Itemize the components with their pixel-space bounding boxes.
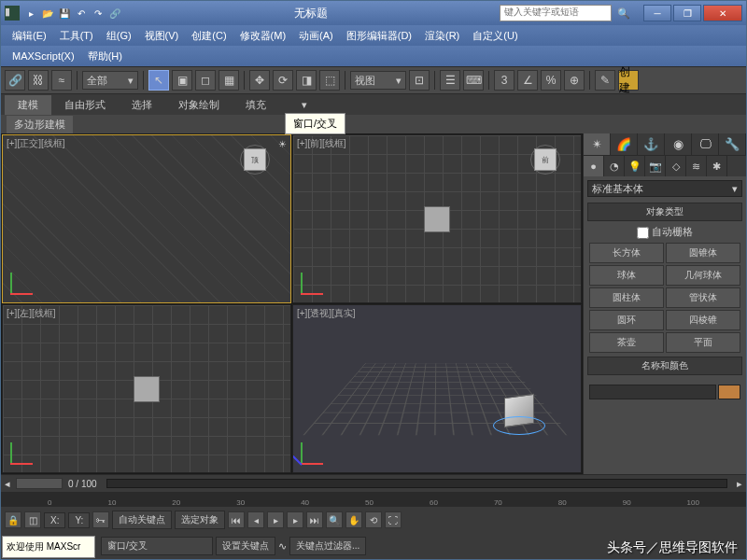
next-key-icon[interactable]: ▸ (737, 478, 742, 490)
menu-animation[interactable]: 动画(A) (293, 27, 339, 45)
move-icon[interactable]: ✥ (249, 70, 270, 91)
isolate-icon[interactable]: ◫ (24, 511, 41, 528)
menu-edit[interactable]: 编辑(E) (7, 27, 52, 45)
undo-icon[interactable]: ↶ (74, 6, 89, 21)
ribbon-tab-populate[interactable]: 填充 (233, 95, 279, 115)
menu-graph[interactable]: 图形编辑器(D) (341, 27, 417, 45)
redo-icon[interactable]: ↷ (91, 6, 106, 21)
select-name-icon[interactable]: ▣ (172, 70, 192, 91)
spinner-snap-icon[interactable]: ⊕ (564, 70, 585, 91)
next-frame-icon[interactable]: ▸ (287, 511, 303, 528)
ribbon-tab-selection[interactable]: 选择 (119, 95, 165, 115)
key-icon[interactable]: 🗝 (92, 511, 109, 528)
object-name-field[interactable] (589, 385, 716, 399)
link-icon[interactable]: 🔗 (5, 70, 25, 91)
select-object-icon[interactable]: ↖ (148, 70, 169, 91)
menu-rendering[interactable]: 渲染(R) (419, 27, 465, 45)
play-icon[interactable]: ▸ (267, 511, 284, 528)
lock-icon[interactable]: 🔒 (5, 511, 21, 528)
geosphere-button[interactable]: 几何球体 (666, 265, 740, 286)
orbit-icon[interactable]: ⟲ (365, 511, 382, 528)
window-crossing-icon[interactable]: ▦ (218, 70, 239, 91)
menu-customize[interactable]: 自定义(U) (467, 27, 523, 45)
menu-modifiers[interactable]: 修改器(M) (234, 27, 292, 45)
autogrid-checkbox[interactable]: 自动栅格 (584, 223, 746, 241)
pivot-icon[interactable]: ⊡ (409, 70, 430, 91)
ribbon-tab-objectpaint[interactable]: 对象绘制 (165, 95, 233, 115)
box-button[interactable]: 长方体 (589, 243, 664, 263)
keyboard-icon[interactable]: ⌨ (463, 70, 484, 91)
viewcube[interactable]: 前 (529, 143, 562, 176)
motion-tab-icon[interactable]: ◉ (665, 133, 692, 155)
category-dropdown[interactable]: 标准基本体▾ (587, 180, 742, 197)
object-color-swatch[interactable] (718, 385, 740, 399)
pyramid-button[interactable]: 四棱锥 (666, 310, 740, 330)
named-sel-icon[interactable]: ✎ (595, 70, 615, 91)
save-icon[interactable]: 💾 (57, 6, 72, 21)
light-icon[interactable]: ☀ (275, 137, 289, 150)
keyfilter-icon[interactable]: ∿ (278, 540, 287, 553)
torus-button[interactable]: 圆环 (589, 310, 664, 330)
prev-key-icon[interactable]: ◂ (5, 478, 10, 490)
select-region-icon[interactable]: ◻ (195, 70, 216, 91)
cylinder-button[interactable]: 圆柱体 (589, 287, 664, 308)
search-icon[interactable]: 🔍 (617, 7, 630, 20)
create-sel-icon[interactable]: 创建 (618, 70, 639, 91)
close-button[interactable]: ✕ (703, 5, 742, 21)
menu-tools[interactable]: 工具(T) (54, 27, 99, 45)
plane-button[interactable]: 平面 (666, 332, 740, 353)
goto-start-icon[interactable]: ⏮ (228, 511, 245, 528)
unlink-icon[interactable]: ⛓ (28, 70, 49, 91)
coord-system-dropdown[interactable]: 视图▾ (350, 71, 406, 90)
pan-icon[interactable]: ✋ (345, 511, 362, 528)
maximize-button[interactable]: ❐ (673, 5, 701, 21)
placement-icon[interactable]: ⬚ (319, 70, 340, 91)
name-color-rollout[interactable]: 名称和颜色 (587, 357, 742, 375)
open-icon[interactable]: 📂 (40, 6, 55, 21)
create-tab-icon[interactable]: ✴ (584, 133, 611, 155)
selected-dropdown[interactable]: 选定对象 (175, 511, 225, 529)
polygon-modeling-tab[interactable]: 多边形建模 (7, 116, 73, 133)
spacewarps-icon[interactable]: ≋ (686, 156, 707, 176)
viewport-top[interactable]: [+][正交][线框] 顶 ☀ (2, 134, 291, 303)
menu-group[interactable]: 组(G) (101, 27, 137, 45)
ribbon-expand-icon[interactable]: ▾ (289, 96, 320, 114)
ribbon-tab-freeform[interactable]: 自由形式 (51, 95, 119, 115)
cone-button[interactable]: 圆锥体 (666, 243, 740, 263)
menu-views[interactable]: 视图(V) (139, 27, 185, 45)
setkey-button[interactable]: 设置关键点 (216, 537, 275, 555)
maximize-vp-icon[interactable]: ⛶ (385, 511, 402, 528)
search-box[interactable] (500, 5, 612, 21)
viewport-left[interactable]: [+][左][线框] (2, 304, 291, 473)
selection-filter-dropdown[interactable]: 全部▾ (82, 71, 138, 90)
hierarchy-tab-icon[interactable]: ⚓ (638, 133, 665, 155)
zoom-icon[interactable]: 🔍 (326, 511, 343, 528)
new-icon[interactable]: ▸ (23, 6, 38, 21)
teapot-button[interactable]: 茶壶 (589, 332, 664, 353)
ribbon-tab-modeling[interactable]: 建模 (5, 95, 51, 115)
shapes-icon[interactable]: ◔ (604, 156, 625, 176)
snap-3-icon[interactable]: 3 (494, 70, 514, 91)
bind-icon[interactable]: ≈ (51, 70, 72, 91)
scale-icon[interactable]: ◨ (296, 70, 317, 91)
display-tab-icon[interactable]: 🖵 (692, 133, 719, 155)
cameras-icon[interactable]: 📷 (645, 156, 666, 176)
menu-maxscript[interactable]: MAXScript(X) (7, 49, 80, 63)
angle-snap-icon[interactable]: ∠ (517, 70, 538, 91)
link-icon[interactable]: 🔗 (107, 6, 122, 21)
keyfilter-button[interactable]: 关键点过滤器... (289, 537, 366, 555)
time-ruler[interactable]: 0102030405060708090100 (1, 492, 746, 507)
object-type-rollout[interactable]: 对象类型 (587, 203, 742, 221)
geometry-icon[interactable]: ● (584, 156, 604, 176)
search-input[interactable] (504, 7, 607, 17)
viewport-perspective[interactable]: [+][透视][真实] (292, 304, 582, 473)
time-slider[interactable] (16, 478, 63, 489)
prev-frame-icon[interactable]: ◂ (247, 511, 264, 528)
autokey-button[interactable]: 自动关键点 (112, 511, 172, 529)
systems-icon[interactable]: ✱ (707, 156, 727, 176)
menu-create[interactable]: 创建(C) (186, 27, 232, 45)
viewcube[interactable]: 顶 (238, 143, 272, 176)
manipulate-icon[interactable]: ☰ (440, 70, 460, 91)
lights-icon[interactable]: 💡 (625, 156, 645, 176)
rotate-icon[interactable]: ⟳ (273, 70, 293, 91)
